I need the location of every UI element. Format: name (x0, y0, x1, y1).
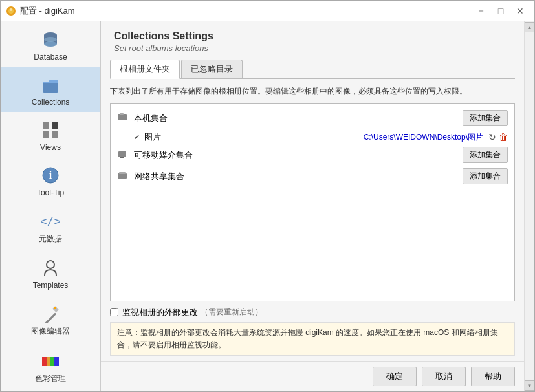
network-collection-name: 网络共享集合 (134, 171, 459, 182)
description-text: 下表列出了所有用于存储图像的根相册位置。要编辑这些相册中的图像，必须具备这些位置… (110, 85, 515, 97)
monitor-checkbox-label: 监视相册的外部更改 (122, 307, 198, 318)
sidebar-item-colormanagement[interactable]: 色彩管理 (1, 342, 100, 389)
views-icon (39, 118, 62, 142)
tab-ignored[interactable]: 已忽略目录 (181, 60, 243, 78)
sidebar-item-collections-label: Collections (32, 98, 70, 107)
collections-icon (39, 73, 62, 96)
panel-container: Collections Settings Set root albums loc… (101, 21, 534, 391)
monitor-checkbox-row: 监视相册的外部更改 （需要重新启动） (110, 307, 515, 318)
sidebar-item-metadata-label: 元数据 (39, 234, 62, 245)
svg-rect-36 (119, 172, 126, 174)
refresh-icon[interactable]: ↻ (488, 132, 496, 142)
titlebar: 配置 - digiKam － □ ✕ (1, 1, 534, 21)
svg-rect-21 (47, 357, 50, 366)
album-path-pictures: C:\Users\WEIDOWN\Desktop\图片 (364, 132, 483, 143)
sidebar-item-views-label: Views (40, 143, 61, 152)
scrollbar-down-arrow[interactable]: ▼ (525, 380, 535, 391)
svg-point-6 (44, 37, 57, 42)
svg-text:i: i (49, 169, 52, 180)
tooltip-icon: i (39, 164, 62, 187)
panel-subtitle: Set root albums locations (114, 43, 511, 53)
svg-rect-9 (52, 122, 58, 129)
imageeditor-icon (39, 301, 62, 325)
svg-rect-20 (42, 357, 47, 366)
add-local-button[interactable]: 添加集合 (463, 110, 508, 126)
svg-rect-34 (120, 158, 125, 158)
cancel-button[interactable]: 取消 (422, 367, 466, 386)
sidebar-item-database[interactable]: Database (1, 21, 100, 67)
svg-rect-8 (43, 122, 49, 129)
panel-header: Collections Settings Set root albums loc… (101, 21, 524, 60)
right-panel: Collections Settings Set root albums loc… (101, 21, 524, 391)
local-collection-header: 本机集合 添加集合 (113, 108, 512, 128)
svg-rect-33 (120, 157, 124, 158)
sidebar-item-collections[interactable]: Collections (1, 67, 100, 112)
monitor-checkbox-note: （需要重新启动） (201, 307, 263, 318)
sidebar-item-database-label: Database (34, 52, 67, 61)
main-content: Database Collections (1, 21, 534, 391)
sidebar-item-tooltip-label: Tool-Tip (37, 188, 64, 197)
scrollbar-up-arrow[interactable]: ▲ (525, 22, 535, 32)
svg-rect-30 (118, 114, 127, 120)
sidebar-item-colormanagement-label: 色彩管理 (35, 373, 66, 384)
add-network-button[interactable]: 添加集合 (463, 168, 508, 184)
help-button[interactable]: 帮助 (471, 367, 515, 386)
album-check-icon: ✓ (134, 133, 140, 142)
network-collection-header: 网络共享集合 添加集合 (113, 166, 512, 186)
colormanagement-icon (39, 349, 62, 372)
metadata-icon: </> (39, 209, 62, 232)
window-title: 配置 - digiKam (20, 5, 472, 17)
local-collection-name: 本机集合 (134, 113, 459, 124)
window-controls: － □ ✕ (472, 3, 529, 19)
monitor-checkbox[interactable] (110, 308, 118, 316)
removable-collection-header: 可移动媒介集合 添加集合 (113, 145, 512, 165)
tab-rootfolders[interactable]: 根相册文件夹 (110, 60, 180, 79)
delete-icon[interactable]: 🗑 (499, 132, 508, 142)
app-icon (6, 6, 16, 16)
bottom-bar: 确定 取消 帮助 (101, 361, 524, 391)
svg-rect-31 (120, 113, 124, 115)
svg-rect-35 (118, 173, 127, 179)
sidebar-item-misc[interactable] (1, 389, 100, 391)
svg-text:</>: </> (41, 214, 60, 228)
add-removable-button[interactable]: 添加集合 (463, 147, 508, 163)
svg-rect-10 (43, 131, 49, 138)
svg-point-5 (44, 41, 57, 47)
collections-area: 本机集合 添加集合 ✓ 图片 C:\Users\WEIDOWN\Desktop\… (110, 103, 515, 301)
svg-rect-22 (50, 357, 54, 366)
minimize-button[interactable]: － (472, 3, 490, 19)
confirm-button[interactable]: 确定 (373, 367, 417, 386)
sidebar-item-imageeditor[interactable]: 图像编辑器 (1, 295, 100, 342)
warning-box: 注意：监视相册的外部更改会消耗大量系统资源并拖慢 digiKam 的速度。如果您… (110, 322, 515, 356)
album-name-pictures: 图片 (144, 131, 364, 143)
templates-icon (39, 256, 62, 279)
svg-rect-11 (52, 131, 58, 138)
svg-rect-32 (118, 151, 126, 157)
sidebar-item-imageeditor-label: 图像编辑器 (31, 326, 70, 337)
tab-bar: 根相册文件夹 已忽略目录 (110, 60, 515, 79)
network-collection-icon (117, 170, 130, 182)
svg-point-15 (47, 261, 54, 268)
album-item-pictures: ✓ 图片 C:\Users\WEIDOWN\Desktop\图片 ↻ 🗑 (113, 129, 512, 145)
database-icon (39, 28, 62, 51)
svg-rect-23 (54, 357, 59, 366)
main-window: 配置 - digiKam － □ ✕ Database (0, 0, 535, 392)
removable-collection-name: 可移动媒介集合 (134, 149, 459, 161)
local-collection-icon (117, 112, 130, 124)
close-button[interactable]: ✕ (511, 3, 529, 19)
sidebar: Database Collections (1, 21, 101, 391)
panel-title: Collections Settings (114, 30, 511, 42)
sidebar-item-views[interactable]: Views (1, 112, 100, 157)
removable-collection-icon (117, 149, 130, 161)
album-actions-pictures: ↻ 🗑 (488, 132, 508, 142)
sidebar-item-templates[interactable]: Templates (1, 250, 100, 295)
sidebar-item-templates-label: Templates (33, 281, 69, 290)
scrollbar-track (525, 33, 535, 380)
panel-body: 根相册文件夹 已忽略目录 下表列出了所有用于存储图像的根相册位置。要编辑这些相册… (101, 60, 524, 361)
sidebar-item-tooltip[interactable]: i Tool-Tip (1, 157, 100, 202)
svg-rect-16 (45, 313, 57, 323)
sidebar-item-metadata[interactable]: </> 元数据 (1, 202, 100, 250)
right-scrollbar: ▲ ▼ (524, 21, 534, 391)
maximize-button[interactable]: □ (492, 3, 510, 19)
svg-point-2 (10, 8, 12, 11)
